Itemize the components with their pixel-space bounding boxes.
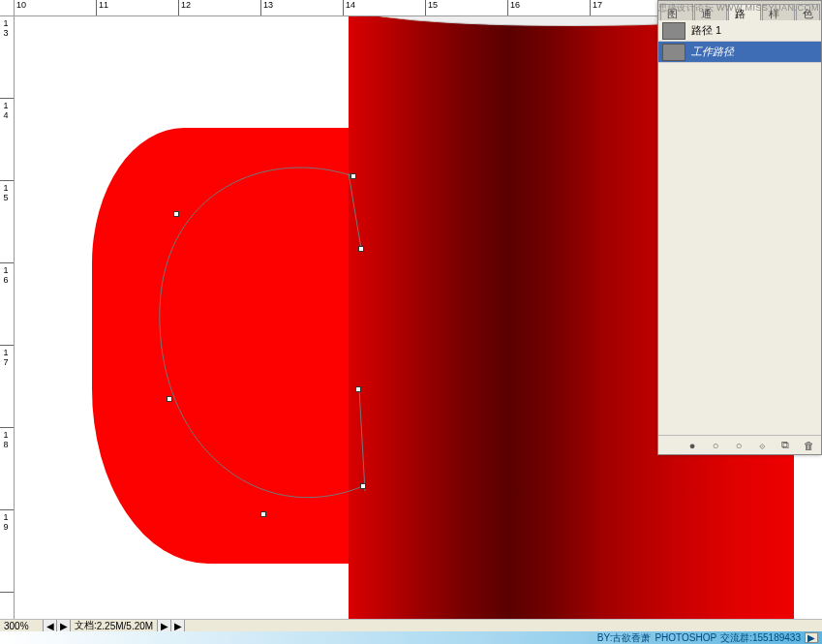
credit-qq: 交流群:155189433 xyxy=(720,631,801,645)
ruler-v-tick: 18 xyxy=(1,430,10,449)
ruler-h-tick: 14 xyxy=(346,0,355,10)
ruler-v-tick: 17 xyxy=(1,348,10,367)
path-anchor-point[interactable] xyxy=(350,173,356,179)
paths-list: 路径 1 工作路径 xyxy=(658,20,821,435)
ruler-v-tick: 16 xyxy=(1,265,10,285)
paths-panel[interactable]: 思缘设计论坛 WWW.MISSYUAN.COM 图层 通道 路径 样式 色 路径… xyxy=(657,0,822,455)
ruler-v-tick: 14 xyxy=(1,101,10,120)
credit-app: PHOTOSHOP xyxy=(655,632,716,643)
ruler-v-tick: 19 xyxy=(1,512,10,532)
path-row-label: 路径 1 xyxy=(691,23,721,38)
info-menu-icon[interactable]: ▶ xyxy=(158,620,171,631)
path-thumbnail xyxy=(662,22,685,40)
footer-arrow-icon[interactable]: ▶ xyxy=(805,632,818,643)
scroll-right-icon[interactable]: ▶ xyxy=(171,620,185,631)
ruler-v-tick: 15 xyxy=(1,183,10,202)
ruler-h-tick: 12 xyxy=(181,0,191,10)
path-anchor-point[interactable] xyxy=(167,396,172,402)
ruler-v-tick: 13 xyxy=(1,18,10,38)
ruler-h-tick: 16 xyxy=(510,0,520,10)
fill-path-icon[interactable]: ● xyxy=(685,439,699,452)
path-row-selected[interactable]: 工作路径 xyxy=(658,42,821,63)
path-anchor-point[interactable] xyxy=(173,211,179,217)
ruler-corner xyxy=(0,0,15,16)
ruler-h-tick: 11 xyxy=(99,0,108,10)
doc-info-label: 文档: xyxy=(75,619,97,632)
path-row[interactable]: 路径 1 xyxy=(658,20,821,42)
panel-footer: ● ○ ○ ⟐ ⧉ 🗑 xyxy=(658,435,821,454)
ruler-h-tick: 15 xyxy=(428,0,438,10)
doc-info-size: 2.25M/5.20M xyxy=(97,621,153,631)
doc-info: 文档: 2.25M/5.20M xyxy=(71,620,158,631)
credit-author: BY:古欲香萧 xyxy=(597,631,652,645)
stroke-path-icon[interactable]: ○ xyxy=(709,439,722,452)
delete-path-icon[interactable]: 🗑 xyxy=(802,439,815,452)
path-thumbnail xyxy=(662,44,685,61)
path-handle-point[interactable] xyxy=(358,246,364,252)
new-path-icon[interactable]: ⧉ xyxy=(778,439,792,452)
ruler-h-tick: 17 xyxy=(593,0,602,10)
zoom-field[interactable]: 300% xyxy=(0,620,44,631)
scroll-right-icon[interactable]: ▶ xyxy=(57,620,71,631)
ruler-h-tick: 10 xyxy=(16,0,26,10)
path-anchor-point[interactable] xyxy=(260,511,266,517)
scroll-left-icon[interactable]: ◀ xyxy=(44,620,57,631)
path-anchor-point[interactable] xyxy=(360,483,366,489)
path-handle-point[interactable] xyxy=(355,386,361,392)
cup-handle-shape xyxy=(92,128,373,564)
credit-footer: BY:古欲香萧 PHOTOSHOP 交流群:155189433 ▶ xyxy=(0,631,822,644)
path-row-label: 工作路径 xyxy=(691,45,734,59)
make-workpath-icon[interactable]: ⟐ xyxy=(755,439,769,452)
vertical-ruler[interactable]: 13 14 15 16 17 18 19 xyxy=(0,16,15,619)
ruler-h-tick: 13 xyxy=(263,0,273,10)
load-selection-icon[interactable]: ○ xyxy=(732,439,746,452)
status-bar: 300% ◀ ▶ 文档: 2.25M/5.20M ▶ ▶ xyxy=(0,619,822,631)
watermark-text: 思缘设计论坛 WWW.MISSYUAN.COM xyxy=(658,2,819,15)
